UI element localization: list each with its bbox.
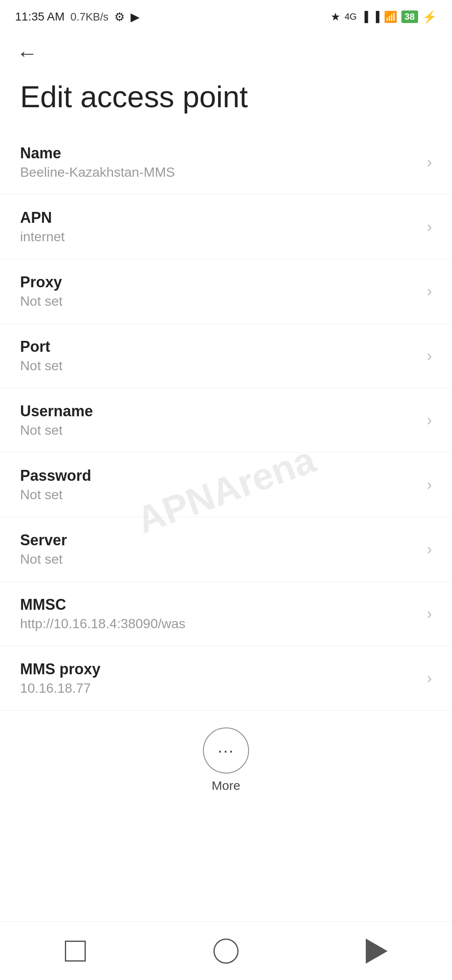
chevron-right-icon: › <box>427 476 432 494</box>
item-label: Username <box>20 402 93 420</box>
item-value: Not set <box>20 423 93 438</box>
item-label: Name <box>20 144 175 162</box>
item-value: Not set <box>20 552 67 567</box>
nav-back-button[interactable] <box>356 930 398 972</box>
more-section: ··· More <box>0 711 452 805</box>
speed: 0.7KB/s <box>70 10 108 23</box>
chevron-right-icon: › <box>427 218 432 236</box>
item-value: http://10.16.18.4:38090/was <box>20 616 185 632</box>
settings-list: Name Beeline-Kazakhstan-MMS › APN intern… <box>0 130 452 711</box>
chevron-right-icon: › <box>427 670 432 687</box>
item-label: Proxy <box>20 273 62 291</box>
item-value: Not set <box>20 487 91 503</box>
back-icon <box>366 939 388 964</box>
nav-recents-button[interactable] <box>54 930 96 972</box>
item-content: Port Not set <box>20 338 62 374</box>
battery-icon: 38 <box>401 10 418 23</box>
more-dots-icon: ··· <box>218 741 234 760</box>
item-content: Username Not set <box>20 402 93 438</box>
chevron-right-icon: › <box>427 605 432 623</box>
item-content: Server Not set <box>20 531 67 567</box>
item-content: Proxy Not set <box>20 273 62 309</box>
signal-bars-icon: ▐ <box>361 11 368 23</box>
nav-home-button[interactable] <box>205 930 247 972</box>
chevron-right-icon: › <box>427 283 432 300</box>
recents-icon <box>65 941 86 962</box>
chevron-right-icon: › <box>427 347 432 365</box>
item-label: MMSC <box>20 596 185 614</box>
item-value: Beeline-Kazakhstan-MMS <box>20 165 175 180</box>
chevron-right-icon: › <box>427 154 432 171</box>
item-content: MMSC http://10.16.18.4:38090/was <box>20 596 185 632</box>
chevron-right-icon: › <box>427 412 432 429</box>
home-icon <box>213 939 239 964</box>
item-content: APN internet <box>20 209 65 245</box>
back-button[interactable]: ← <box>17 43 38 64</box>
item-value: internet <box>20 229 65 245</box>
more-button[interactable]: ··· <box>203 727 249 774</box>
settings-item-username[interactable]: Username Not set › <box>0 388 452 453</box>
settings-item-proxy[interactable]: Proxy Not set › <box>0 259 452 324</box>
item-value: 10.16.18.77 <box>20 681 100 696</box>
item-value: Not set <box>20 294 62 309</box>
status-left: 11:35 AM 0.7KB/s ⚙ ▶ <box>15 10 140 24</box>
item-label: Password <box>20 467 91 485</box>
more-label: More <box>212 779 240 793</box>
time: 11:35 AM <box>15 10 64 23</box>
item-label: Port <box>20 338 62 356</box>
settings-icon: ⚙ <box>114 10 125 24</box>
signal-4g-icon: 4G <box>344 11 357 22</box>
item-content: Name Beeline-Kazakhstan-MMS <box>20 144 175 180</box>
settings-item-server[interactable]: Server Not set › <box>0 517 452 582</box>
nav-bar <box>0 921 452 980</box>
video-icon: ▶ <box>131 10 140 24</box>
settings-item-mms-proxy[interactable]: MMS proxy 10.16.18.77 › <box>0 646 452 711</box>
item-content: MMS proxy 10.16.18.77 <box>20 660 100 696</box>
settings-item-port[interactable]: Port Not set › <box>0 324 452 388</box>
page-title: Edit access point <box>0 72 452 130</box>
bluetooth-icon: ★ <box>331 10 340 23</box>
item-label: MMS proxy <box>20 660 100 678</box>
settings-item-mmsc[interactable]: MMSC http://10.16.18.4:38090/was › <box>0 582 452 646</box>
wifi-icon: 📶 <box>384 10 397 23</box>
item-label: Server <box>20 531 67 549</box>
chevron-right-icon: › <box>427 541 432 558</box>
status-bar: 11:35 AM 0.7KB/s ⚙ ▶ ★ 4G ▐ ▐ 📶 38 ⚡ <box>0 0 452 30</box>
signal-bars2-icon: ▐ <box>372 11 380 23</box>
item-value: Not set <box>20 358 62 374</box>
settings-item-password[interactable]: Password Not set › <box>0 453 452 517</box>
item-label: APN <box>20 209 65 227</box>
charging-icon: ⚡ <box>422 10 437 24</box>
settings-item-apn[interactable]: APN internet › <box>0 195 452 259</box>
toolbar: ← <box>0 30 452 72</box>
settings-item-name[interactable]: Name Beeline-Kazakhstan-MMS › <box>0 130 452 195</box>
item-content: Password Not set <box>20 467 91 503</box>
status-right: ★ 4G ▐ ▐ 📶 38 ⚡ <box>331 10 437 24</box>
